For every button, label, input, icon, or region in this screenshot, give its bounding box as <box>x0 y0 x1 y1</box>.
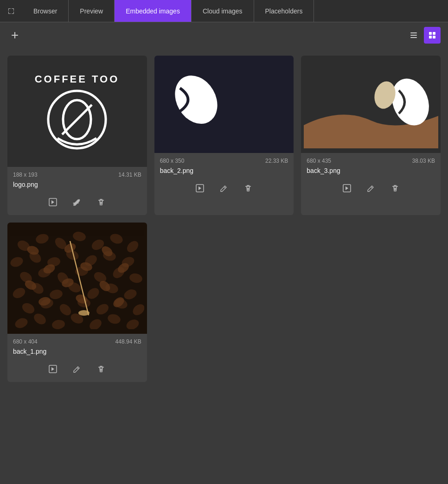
svg-point-81 <box>78 310 90 316</box>
image-preview-logo: COFFEE TOO <box>7 56 147 167</box>
image-preview-back1 <box>7 223 147 334</box>
image-dimensions-back1: 680 x 404 <box>13 338 38 345</box>
svg-rect-4 <box>433 32 435 35</box>
image-preview-back3 <box>301 56 441 153</box>
tab-embedded[interactable]: Embedded images <box>115 0 192 22</box>
svg-text:COFFEE TOO: COFFEE TOO <box>35 73 120 85</box>
image-grid: COFFEE TOO 188 x 193 14.31 KB logo.png <box>0 48 448 389</box>
edit-button-logo[interactable] <box>70 196 83 209</box>
image-size-back1: 448.94 KB <box>115 338 141 345</box>
image-size-logo: 14.31 KB <box>118 172 141 178</box>
image-dimensions-back2: 680 x 350 <box>160 158 185 164</box>
svg-rect-2 <box>410 37 417 38</box>
image-card-back1: 680 x 404 448.94 KB back_1.png <box>7 223 147 382</box>
card-info-logo: 188 x 193 14.31 KB <box>7 167 147 180</box>
use-in-editor-button-back1[interactable] <box>46 363 59 376</box>
image-name-back3: back_3.png <box>301 166 441 178</box>
tab-bar: Browser Preview Embedded images Cloud im… <box>0 0 448 22</box>
tab-preview[interactable]: Preview <box>69 0 115 22</box>
delete-button-back2[interactable] <box>242 182 255 195</box>
image-card-back3: 680 x 435 38.03 KB back_3.png <box>301 56 441 215</box>
card-actions-back1 <box>7 359 147 382</box>
card-actions-back2 <box>154 178 294 201</box>
svg-rect-5 <box>429 36 432 38</box>
image-dimensions-logo: 188 x 193 <box>13 172 38 178</box>
image-name-logo: logo.png <box>7 180 147 192</box>
image-name-back2: back_2.png <box>154 166 294 178</box>
tab-placeholders[interactable]: Placeholders <box>254 0 314 22</box>
delete-button-back1[interactable] <box>95 363 108 376</box>
image-preview-back2 <box>154 56 294 153</box>
edit-button-back3[interactable] <box>365 182 378 195</box>
card-info-back1: 680 x 404 448.94 KB <box>7 334 147 347</box>
edit-button-back2[interactable] <box>218 182 230 195</box>
card-actions-back3 <box>301 178 441 201</box>
image-name-back1: back_1.png <box>7 347 147 359</box>
toolbar <box>0 22 448 48</box>
edit-button-back1[interactable] <box>70 363 83 376</box>
card-info-back2: 680 x 350 22.33 KB <box>154 153 294 166</box>
svg-rect-1 <box>410 35 417 36</box>
use-in-editor-button-logo[interactable] <box>46 196 59 209</box>
toolbar-right <box>405 27 441 44</box>
delete-button-logo[interactable] <box>95 196 108 209</box>
toolbar-left <box>7 28 22 43</box>
list-view-button[interactable] <box>405 27 422 44</box>
svg-rect-6 <box>433 36 435 38</box>
image-size-back3: 38.03 KB <box>412 158 435 164</box>
expand-button[interactable] <box>0 0 22 22</box>
card-actions-logo <box>7 192 147 215</box>
delete-button-back3[interactable] <box>389 182 402 195</box>
svg-rect-15 <box>154 63 294 146</box>
image-dimensions-back3: 680 x 435 <box>307 158 331 164</box>
image-card-back2: 680 x 350 22.33 KB back_2.png <box>154 56 294 215</box>
svg-rect-0 <box>410 32 417 33</box>
grid-view-button[interactable] <box>424 27 441 44</box>
use-in-editor-button-back3[interactable] <box>340 182 353 195</box>
svg-rect-3 <box>429 32 432 35</box>
add-button[interactable] <box>7 28 22 43</box>
image-size-back2: 22.33 KB <box>265 158 288 164</box>
image-card-logo: COFFEE TOO 188 x 193 14.31 KB logo.png <box>7 56 147 215</box>
tab-browser[interactable]: Browser <box>22 0 69 22</box>
tab-cloud[interactable]: Cloud images <box>192 0 254 22</box>
card-info-back3: 680 x 435 38.03 KB <box>301 153 441 166</box>
use-in-editor-button-back2[interactable] <box>193 182 206 195</box>
